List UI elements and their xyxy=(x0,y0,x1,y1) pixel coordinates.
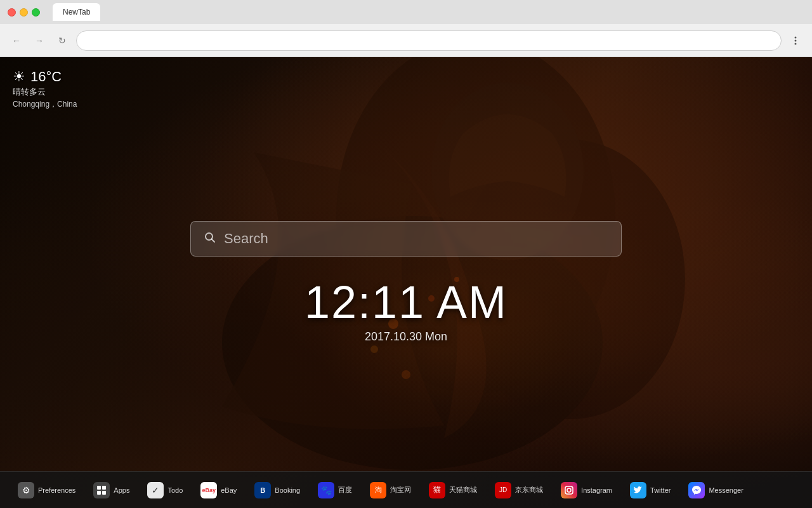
dock-label-messenger: Messenger xyxy=(709,486,743,494)
twitter-icon xyxy=(630,482,646,498)
forward-button[interactable]: → xyxy=(30,32,48,50)
dock-label-apps: Apps xyxy=(114,486,129,494)
dock-item-preferences[interactable]: ⚙ Preferences xyxy=(10,479,83,501)
dock-item-jd[interactable]: JD 京东商城 xyxy=(487,479,551,501)
dock-item-taobao[interactable]: 淘 淘宝网 xyxy=(362,479,419,501)
weather-temperature: 16°C xyxy=(30,69,62,85)
svg-rect-16 xyxy=(97,491,101,495)
tab-title: NewTab xyxy=(63,8,90,17)
dock-item-ebay[interactable]: eBay eBay xyxy=(193,479,244,501)
booking-icon: B xyxy=(254,482,271,498)
reload-button[interactable]: ↻ xyxy=(53,32,71,50)
dock-label-twitter: Twitter xyxy=(650,486,671,494)
svg-point-1 xyxy=(795,39,797,41)
svg-point-0 xyxy=(795,36,797,38)
title-bar: NewTab xyxy=(0,0,812,24)
dock-item-messenger[interactable]: Messenger xyxy=(681,479,750,501)
search-input[interactable] xyxy=(224,231,608,247)
close-button[interactable] xyxy=(8,8,16,17)
baidu-icon: 🐾 xyxy=(318,482,334,498)
svg-rect-18 xyxy=(565,486,573,494)
dock-label-booking: Booking xyxy=(275,486,300,494)
svg-point-19 xyxy=(567,488,571,492)
weather-description: 晴转多云 xyxy=(13,86,77,98)
svg-rect-15 xyxy=(102,486,106,490)
dock-label-taobao: 淘宝网 xyxy=(390,485,411,495)
dock-item-tmall[interactable]: 猫 天猫商城 xyxy=(421,479,485,501)
taobao-icon: 淘 xyxy=(370,482,386,498)
ebay-icon: eBay xyxy=(200,482,217,498)
search-container xyxy=(190,221,622,257)
dock-item-baidu[interactable]: 🐾 百度 xyxy=(310,479,360,501)
svg-point-2 xyxy=(795,43,797,44)
gear-icon: ⚙ xyxy=(18,482,34,498)
browser-menu-button[interactable] xyxy=(787,32,804,50)
dock-label-todo: Todo xyxy=(167,486,183,494)
back-button[interactable]: ← xyxy=(8,32,25,50)
nav-bar: ← → ↻ xyxy=(0,24,812,57)
svg-point-10 xyxy=(402,370,410,379)
dock-label-instagram: Instagram xyxy=(581,486,612,494)
messenger-icon xyxy=(688,482,705,498)
dock-item-booking[interactable]: B Booking xyxy=(247,479,308,501)
search-box xyxy=(190,221,622,257)
dock-label-ebay: eBay xyxy=(221,486,237,494)
clock-date: 2017.10.30 Mon xyxy=(304,330,508,344)
address-bar[interactable] xyxy=(76,30,782,51)
apps-icon xyxy=(93,482,110,498)
weather-widget: ☀ 16°C 晴转多云 Chongqing，China xyxy=(13,69,77,110)
jd-icon: JD xyxy=(495,482,511,498)
svg-rect-17 xyxy=(102,491,106,495)
dock-label-baidu: 百度 xyxy=(338,485,352,495)
dock-label-jd: 京东商城 xyxy=(515,485,543,495)
weather-location: Chongqing，China xyxy=(13,99,77,110)
traffic-lights xyxy=(8,8,40,17)
todo-icon: ✓ xyxy=(147,482,164,498)
tmall-icon: 猫 xyxy=(429,482,445,498)
instagram-icon xyxy=(561,482,577,498)
dock-item-apps[interactable]: Apps xyxy=(86,479,137,501)
page-content: ☀ 16°C 晴转多云 Chongqing，China 12:11 AM 201… xyxy=(0,57,812,508)
dock-label-preferences: Preferences xyxy=(38,486,75,494)
dock-label-tmall: 天猫商城 xyxy=(449,485,477,495)
svg-point-8 xyxy=(370,345,378,353)
minimize-button[interactable] xyxy=(20,8,28,17)
dock-item-instagram[interactable]: Instagram xyxy=(553,479,620,501)
svg-line-13 xyxy=(212,239,215,242)
dock-item-twitter[interactable]: Twitter xyxy=(622,479,678,501)
svg-point-20 xyxy=(571,487,572,488)
weather-icon: ☀ xyxy=(13,69,25,85)
maximize-button[interactable] xyxy=(32,8,40,17)
dock-item-todo[interactable]: ✓ Todo xyxy=(140,479,190,501)
browser-tab[interactable]: NewTab xyxy=(53,3,100,21)
search-icon xyxy=(204,231,216,247)
dock: ⚙ Preferences Apps ✓ xyxy=(0,471,812,508)
svg-rect-14 xyxy=(97,486,101,490)
clock-time: 12:11 AM xyxy=(304,279,508,325)
browser-chrome: NewTab ← → ↻ xyxy=(0,0,812,57)
clock-container: 12:11 AM 2017.10.30 Mon xyxy=(304,279,508,344)
